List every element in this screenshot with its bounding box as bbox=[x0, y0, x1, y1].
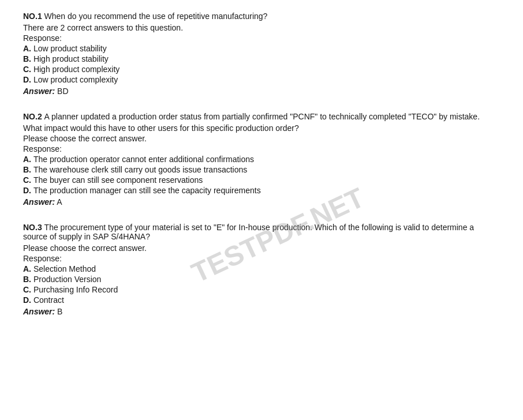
answer-label-3: Answer: bbox=[23, 307, 55, 316]
option-text-2-2: The warehouse clerk still carry out good… bbox=[33, 165, 247, 174]
question-header-1: NO.1 When do you recommend the use of re… bbox=[23, 12, 500, 21]
question-2-option-4: D. The production manager can still see … bbox=[23, 186, 500, 195]
question-text-2: A planner updated a production order sta… bbox=[44, 112, 480, 121]
question-header-2: NO.2 A planner updated a production orde… bbox=[23, 112, 500, 121]
option-letter-3-4: D. bbox=[23, 295, 33, 305]
option-text-2-4: The production manager can still see the… bbox=[33, 186, 261, 195]
option-text-1-3: High product complexity bbox=[33, 65, 119, 74]
question-2-option-1: A. The production operator cannot enter … bbox=[23, 155, 500, 164]
question-2-option-3: C. The buyer can still see component res… bbox=[23, 175, 500, 185]
option-letter-2-2: B. bbox=[23, 165, 33, 174]
answer-line-3: Answer: B bbox=[23, 307, 500, 316]
question-number-3: NO.3 bbox=[23, 223, 44, 232]
question-3-subline-1: Please choose the correct answer. bbox=[23, 243, 500, 253]
option-letter-2-1: A. bbox=[23, 155, 33, 164]
option-text-2-3: The buyer can still see component reserv… bbox=[33, 175, 203, 185]
option-text-3-4: Contract bbox=[33, 295, 64, 305]
question-text-3: The procurement type of your material is… bbox=[23, 223, 474, 241]
question-1-option-1: A. Low product stability bbox=[23, 44, 500, 53]
question-3-option-4: D. Contract bbox=[23, 295, 500, 305]
question-1-subline-1: There are 2 correct answers to this ques… bbox=[23, 23, 500, 32]
question-block-2: NO.2 A planner updated a production orde… bbox=[23, 112, 500, 207]
option-text-1-2: High product stability bbox=[33, 54, 109, 63]
question-number-1: NO.1 bbox=[23, 12, 44, 21]
question-block-1: NO.1 When do you recommend the use of re… bbox=[23, 12, 500, 96]
option-text-3-2: Production Version bbox=[33, 275, 102, 284]
question-2-option-2: B. The warehouse clerk still carry out g… bbox=[23, 165, 500, 174]
answer-label-2: Answer: bbox=[23, 197, 55, 207]
option-letter-1-3: C. bbox=[23, 65, 33, 74]
option-letter-3-1: A. bbox=[23, 264, 33, 273]
question-number-2: NO.2 bbox=[23, 112, 44, 121]
option-letter-3-2: B. bbox=[23, 275, 33, 284]
option-letter-3-3: C. bbox=[23, 285, 33, 294]
question-header-3: NO.3 The procurement type of your materi… bbox=[23, 223, 500, 241]
question-1-subline-2: Response: bbox=[23, 33, 500, 43]
option-text-3-3: Purchasing Info Record bbox=[33, 285, 118, 294]
option-letter-1-2: B. bbox=[23, 54, 33, 63]
question-2-subline-2: Please choose the correct answer. bbox=[23, 134, 500, 143]
option-letter-2-3: C. bbox=[23, 175, 33, 185]
question-3-subline-2: Response: bbox=[23, 254, 500, 263]
option-letter-1-1: A. bbox=[23, 44, 33, 53]
option-letter-1-4: D. bbox=[23, 75, 33, 84]
option-text-2-1: The production operator cannot enter add… bbox=[33, 155, 254, 164]
answer-label-1: Answer: bbox=[23, 87, 55, 96]
option-letter-2-4: D. bbox=[23, 186, 33, 195]
question-1-option-4: D. Low product complexity bbox=[23, 75, 500, 84]
answer-value-3: B bbox=[55, 307, 62, 316]
question-3-option-2: B. Production Version bbox=[23, 275, 500, 284]
question-2-subline-1: What impact would this have to other use… bbox=[23, 123, 500, 133]
option-text-1-4: Low product complexity bbox=[33, 75, 118, 84]
question-block-3: NO.3 The procurement type of your materi… bbox=[23, 223, 500, 316]
option-text-3-1: Selection Method bbox=[33, 264, 96, 273]
answer-line-2: Answer: A bbox=[23, 197, 500, 207]
question-2-subline-3: Response: bbox=[23, 144, 500, 153]
question-text-1: When do you recommend the use of repetit… bbox=[44, 12, 268, 21]
question-3-option-3: C. Purchasing Info Record bbox=[23, 285, 500, 294]
question-1-option-2: B. High product stability bbox=[23, 54, 500, 63]
option-text-1-1: Low product stability bbox=[33, 44, 107, 53]
answer-value-2: A bbox=[55, 197, 62, 207]
answer-value-1: BD bbox=[55, 87, 68, 96]
question-3-option-1: A. Selection Method bbox=[23, 264, 500, 273]
question-1-option-3: C. High product complexity bbox=[23, 65, 500, 74]
answer-line-1: Answer: BD bbox=[23, 87, 500, 96]
